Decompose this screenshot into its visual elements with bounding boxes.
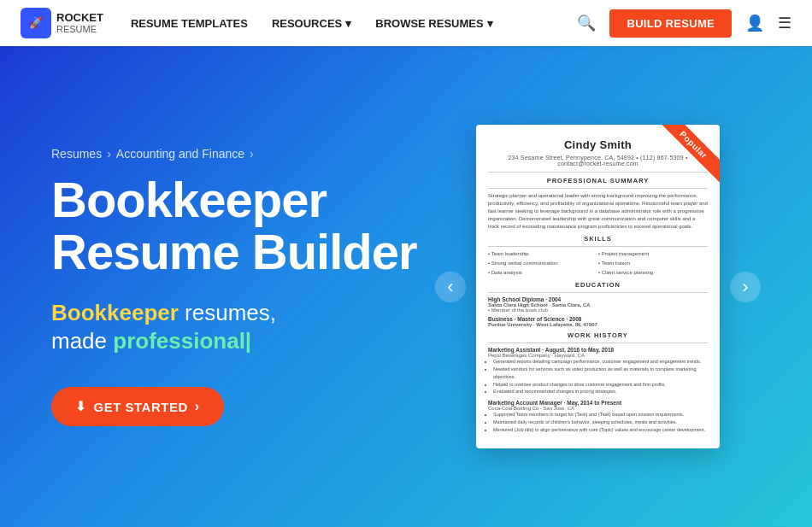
skill-4: Project management bbox=[598, 250, 708, 259]
work-title-2: Marketing Account Manager · May, 2014 to… bbox=[488, 400, 708, 406]
edu-school-2: Purdue University · West Lafayette, IN, … bbox=[488, 322, 708, 327]
chevron-down-icon: ▾ bbox=[345, 17, 351, 30]
resume-card: Popular Cindy Smith 234 Sesame Street, P… bbox=[476, 125, 720, 448]
hero-content: Resumes › Accounting and Finance › Bookk… bbox=[51, 147, 435, 426]
edu-item-1: High School Diploma · 2004 Santa Clara H… bbox=[488, 296, 708, 313]
skill-2: Strong verbal communication bbox=[488, 260, 597, 268]
get-started-button[interactable]: ⬇ GET STARTED › bbox=[51, 387, 224, 426]
skill-3: Data analysis bbox=[488, 269, 597, 278]
logo-line1: ROCKET bbox=[56, 12, 103, 24]
navbar-right: 🔍 BUILD RESUME 👤 ☰ bbox=[577, 9, 791, 38]
search-button[interactable]: 🔍 bbox=[577, 14, 596, 32]
carousel-prev-button[interactable]: ‹ bbox=[435, 272, 466, 302]
work-bullet-2-2: Maintained daily records of children's b… bbox=[493, 419, 708, 426]
resume-card-area: ‹ Popular Cindy Smith 234 Sesame Street,… bbox=[435, 125, 761, 448]
subtitle-highlight-green: professional| bbox=[113, 328, 251, 354]
skill-6: Client service planning bbox=[598, 269, 708, 278]
nav-browse-resumes[interactable]: BROWSE RESUMES ▾ bbox=[375, 17, 492, 30]
breadcrumb-sep2: › bbox=[250, 147, 254, 161]
edu-degree-1: High School Diploma · 2004 bbox=[488, 296, 708, 302]
education-title: EDUCATION bbox=[488, 281, 708, 289]
download-icon: ⬇ bbox=[75, 399, 87, 414]
resume-divider bbox=[488, 172, 708, 173]
breadcrumb-accounting[interactable]: Accounting and Finance bbox=[116, 147, 244, 161]
logo-icon: 🚀 bbox=[21, 8, 51, 38]
subtitle-highlight-yellow: Bookkeeper bbox=[51, 300, 179, 325]
professional-summary-text: Strategic planner and operational leader… bbox=[488, 192, 708, 231]
navbar-left: 🚀 ROCKET RESUME RESUME TEMPLATES RESOURC… bbox=[21, 8, 493, 38]
hamburger-icon: ☰ bbox=[778, 14, 791, 32]
breadcrumb-resumes[interactable]: Resumes bbox=[51, 147, 102, 161]
edu-detail-1: • Member of the book club bbox=[488, 307, 708, 313]
work-bullet-1-4: Evaluated and recommended changes in pri… bbox=[493, 388, 708, 395]
arrow-icon: › bbox=[195, 399, 200, 414]
work-bullet-2-1: Supported Team members in target for {Ta… bbox=[493, 411, 708, 419]
skill-5: Team liaison bbox=[598, 260, 708, 268]
work-bullets-1: Generated reports detailing campaign per… bbox=[493, 358, 708, 395]
edu-item-2: Business · Master of Science · 2008 Purd… bbox=[488, 316, 708, 327]
resume-candidate-name: Cindy Smith bbox=[488, 138, 708, 151]
search-icon: 🔍 bbox=[577, 14, 596, 32]
resume-divider3 bbox=[488, 246, 708, 247]
chevron-down-icon: ▾ bbox=[487, 17, 493, 30]
logo-line2: RESUME bbox=[56, 24, 103, 34]
hero-subtitle: Bookkeeper resumes,made professional| bbox=[51, 299, 435, 357]
skills-title: SKILLS bbox=[488, 235, 708, 243]
breadcrumb: Resumes › Accounting and Finance › bbox=[51, 147, 435, 161]
logo[interactable]: 🚀 ROCKET RESUME bbox=[21, 8, 103, 38]
resume-divider2 bbox=[488, 188, 708, 189]
resume-contact: 234 Sesame Street, Pennypence, CA, 54892… bbox=[488, 155, 708, 167]
hero-title: BookkeeperResume Builder bbox=[51, 174, 435, 278]
professional-summary-title: PROFESSIONAL SUMMARY bbox=[488, 177, 708, 184]
work-bullet-1-3: Helped to oversee product changes to dri… bbox=[493, 381, 708, 389]
nav-resume-templates[interactable]: RESUME TEMPLATES bbox=[131, 17, 248, 30]
menu-button[interactable]: ☰ bbox=[778, 14, 791, 32]
nav-links: RESUME TEMPLATES RESOURCES ▾ BROWSE RESU… bbox=[131, 17, 493, 30]
edu-degree-2: Business · Master of Science · 2008 bbox=[488, 316, 708, 322]
work-title-1: Marketing Assistant · August, 2016 to Ma… bbox=[488, 347, 708, 353]
build-resume-button[interactable]: BUILD RESUME bbox=[609, 9, 732, 38]
work-history-title: WORK HISTORY bbox=[488, 331, 708, 339]
work-bullet-2-3: Mentored {Job title} to align performanc… bbox=[493, 426, 708, 434]
account-icon: 👤 bbox=[745, 14, 764, 32]
breadcrumb-sep1: › bbox=[107, 147, 111, 161]
account-button[interactable]: 👤 bbox=[745, 14, 764, 32]
carousel-next-button[interactable]: › bbox=[730, 272, 761, 302]
work-bullet-1-1: Generated reports detailing campaign per… bbox=[493, 358, 708, 366]
work-item-2: Marketing Account Manager · May, 2014 to… bbox=[488, 400, 708, 433]
nav-resources[interactable]: RESOURCES ▾ bbox=[272, 17, 351, 30]
resume-divider4 bbox=[488, 292, 708, 293]
navbar: 🚀 ROCKET RESUME RESUME TEMPLATES RESOURC… bbox=[0, 0, 812, 46]
hero-section: Resumes › Accounting and Finance › Bookk… bbox=[0, 46, 812, 527]
resume-divider5 bbox=[488, 343, 708, 343]
svg-text:🚀: 🚀 bbox=[29, 15, 44, 30]
popular-badge: Popular bbox=[656, 125, 720, 182]
skill-1: Team leadership bbox=[488, 250, 597, 259]
work-item-1: Marketing Assistant · August, 2016 to Ma… bbox=[488, 347, 708, 395]
work-bullet-1-2: Needed vendors for services such as vide… bbox=[493, 366, 708, 381]
skills-grid: Team leadership Project management Stron… bbox=[488, 250, 708, 277]
work-bullets-2: Supported Team members in target for {Ta… bbox=[493, 411, 708, 433]
logo-text: ROCKET RESUME bbox=[56, 12, 103, 34]
